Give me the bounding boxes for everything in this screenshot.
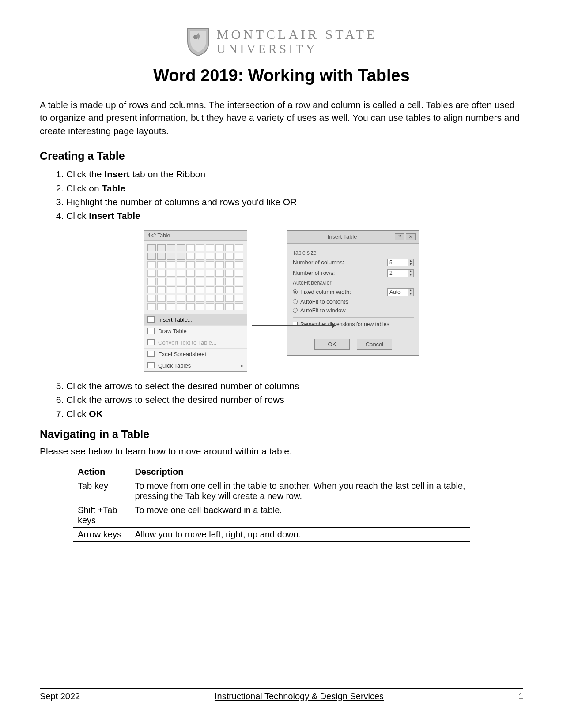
footer-page-number: 1 [518, 691, 523, 702]
pencil-icon [147, 328, 155, 334]
navigating-intro: Please see below to learn how to move ar… [40, 446, 523, 457]
radio-autofit-contents[interactable] [293, 299, 298, 304]
radio-autofit-window[interactable] [293, 308, 298, 313]
step-item: Click on Table [66, 182, 523, 195]
columns-spinner[interactable]: 5 ▲▼ [387, 259, 414, 266]
menu-convert-text[interactable]: Convert Text to Table... [144, 337, 247, 348]
footer-date: Sept 2022 [40, 691, 80, 702]
step-item: Click Insert Table [66, 209, 523, 222]
step-item: Highlight the number of columns and rows… [66, 195, 523, 208]
menu-insert-table[interactable]: Insert Table... [144, 314, 247, 325]
table-row: Tab key To move from one cell in the tab… [73, 479, 470, 503]
table-row: Arrow keys Allow you to move left, right… [73, 527, 470, 541]
table-header: Action [73, 465, 130, 479]
rows-label: Number of rows: [293, 270, 335, 276]
shield-icon [186, 26, 211, 56]
spinner-down-icon[interactable]: ▼ [408, 273, 413, 277]
spinner-down-icon[interactable]: ▼ [408, 263, 413, 266]
spinner-up-icon[interactable]: ▲ [408, 259, 413, 263]
step-item: Click the Insert tab on the Ribbon [66, 168, 523, 180]
close-button[interactable]: ✕ [406, 233, 416, 240]
help-button[interactable]: ? [395, 233, 404, 240]
dialog-section-label: Table size [293, 250, 414, 256]
excel-icon [147, 351, 155, 357]
step-item: Click the arrows to select the desired n… [66, 393, 523, 406]
section-navigating-title: Navigating in a Table [40, 428, 523, 441]
checkbox-label: Remember dimensions for new tables [300, 321, 389, 327]
menu-quick-tables[interactable]: Quick Tables▸ [144, 360, 247, 371]
menu-excel-spreadsheet[interactable]: Excel Spreadsheet [144, 348, 247, 360]
table-row: Action Description [73, 465, 470, 479]
arrow-connector [252, 325, 336, 326]
table-cell: Arrow keys [73, 527, 130, 541]
table-cell: To move from one cell in the table to an… [130, 479, 470, 503]
radio-fixed-width[interactable] [293, 289, 298, 294]
table-dropdown-menu: 4x2 Table Insert Table... Draw Table Con… [144, 230, 247, 372]
logo-text-line2: UNIVERSITY [217, 42, 317, 56]
rows-spinner[interactable]: 2 ▲▼ [387, 269, 414, 277]
table-icon [147, 362, 155, 368]
radio-label: Fixed column width: [300, 289, 351, 295]
step-item: Click the arrows to select the desired n… [66, 379, 523, 392]
page-footer: Sept 2022 Instructional Technology & Des… [40, 687, 523, 702]
radio-label: AutoFit to window [300, 307, 346, 314]
university-logo: MONTCLAIR STATE UNIVERSITY [40, 26, 523, 58]
dropdown-header: 4x2 Table [144, 231, 247, 241]
table-grid-icon [147, 316, 155, 323]
dialog-titlebar: Insert Table ? ✕ [287, 231, 419, 244]
spinner-down-icon[interactable]: ▼ [408, 292, 413, 296]
insert-table-dialog: Insert Table ? ✕ Table size Number of co… [287, 230, 419, 356]
menu-draw-table[interactable]: Draw Table [144, 325, 247, 337]
convert-icon [147, 339, 155, 345]
spinner-up-icon[interactable]: ▲ [408, 289, 413, 292]
table-cell: Tab key [73, 479, 130, 503]
chevron-right-icon: ▸ [241, 363, 243, 368]
table-size-grid[interactable] [144, 241, 247, 314]
ok-button[interactable]: OK [314, 339, 350, 350]
table-cell: To move one cell backward in a table. [130, 503, 470, 527]
table-header: Description [130, 465, 470, 479]
spinner-up-icon[interactable]: ▲ [408, 270, 413, 273]
footer-dept: Instructional Technology & Design Servic… [215, 691, 384, 702]
intro-paragraph: A table is made up of rows and columns. … [40, 98, 523, 137]
table-cell: Shift +Tab keys [73, 503, 130, 527]
radio-label: AutoFit to contents [300, 298, 348, 305]
navigation-table: Action Description Tab key To move from … [73, 465, 470, 542]
logo-text-line1: MONTCLAIR STATE [217, 27, 377, 42]
section-creating-title: Creating a Table [40, 150, 523, 162]
dialog-section-label: AutoFit behavior [293, 280, 414, 286]
table-row: Shift +Tab keys To move one cell backwar… [73, 503, 470, 527]
columns-label: Number of columns: [293, 259, 344, 266]
fixed-width-spinner[interactable]: Auto ▲▼ [387, 288, 414, 296]
figures-row: 4x2 Table Insert Table... Draw Table Con… [40, 230, 523, 372]
steps-list-a: Click the Insert tab on the Ribbon Click… [40, 168, 523, 222]
steps-list-b: Click the arrows to select the desired n… [40, 379, 523, 420]
page-title: Word 2019: Working with Tables [40, 66, 523, 85]
step-item: Click OK [66, 407, 523, 420]
cancel-button[interactable]: Cancel [357, 339, 392, 350]
table-cell: Allow you to move left, right, up and do… [130, 527, 470, 541]
